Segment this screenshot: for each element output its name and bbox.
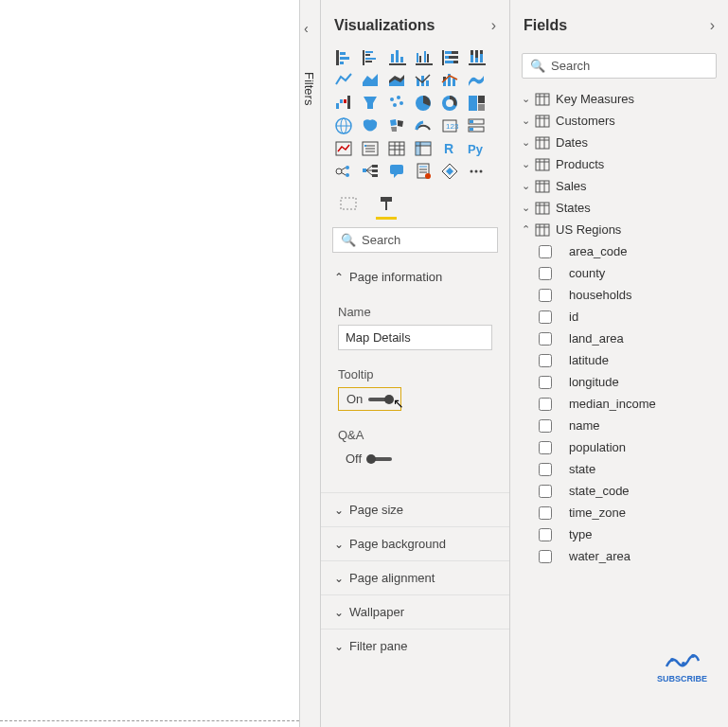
field-checkbox[interactable] [539,245,552,258]
report-canvas[interactable] [0,0,299,721]
field-checkbox[interactable] [539,528,552,541]
viz-matrix-icon[interactable] [412,138,436,159]
table-row[interactable]: ⌄Key Measures [520,88,719,110]
field-checkbox[interactable] [539,419,552,433]
tooltip-toggle[interactable]: On ↖ [338,387,401,411]
section-wallpaper[interactable]: ⌄ Wallpaper [321,595,509,629]
viz-paginated-icon[interactable] [412,161,436,182]
field-checkbox[interactable] [539,463,552,476]
field-row[interactable]: population [520,436,719,458]
table-row[interactable]: ⌄Customers [520,110,719,132]
field-row[interactable]: type [520,523,719,545]
field-name: land_area [569,331,624,346]
fields-panel: Fields › 🔍 Search ⌄Key Measures⌄Customer… [509,0,728,727]
viz-key-influencers-icon[interactable] [332,161,357,182]
field-checkbox[interactable] [539,376,552,389]
field-row[interactable]: id [520,306,719,328]
viz-line-icon[interactable] [332,70,357,91]
viz-clustered-bar-icon[interactable] [359,47,383,68]
section-page-alignment[interactable]: ⌄ Page alignment [321,561,509,594]
section-page-background[interactable]: ⌄ Page background [321,527,509,560]
table-row[interactable]: ⌄Products [520,153,719,175]
viz-slicer-icon[interactable] [359,138,383,159]
field-row[interactable]: land_area [520,328,719,349]
field-checkbox[interactable] [539,332,552,346]
table-row[interactable]: ⌄Sales [520,175,719,197]
field-row[interactable]: state_code [520,480,719,502]
viz-gauge-icon[interactable] [412,115,436,136]
field-checkbox[interactable] [539,310,552,324]
svg-rect-42 [336,103,339,109]
field-checkbox[interactable] [539,485,552,498]
page-name-input[interactable] [338,325,492,350]
field-name: state_code [569,484,630,498]
viz-table-icon[interactable] [385,138,410,159]
field-row[interactable]: longitude [520,371,719,393]
search-icon: 🔍 [530,59,545,73]
field-row[interactable]: latitude [520,349,719,371]
svg-rect-0 [336,50,339,65]
field-row[interactable]: county [520,262,719,284]
viz-r-icon[interactable]: R [438,138,463,159]
field-row[interactable]: time_zone [520,502,719,523]
field-checkbox[interactable] [539,398,552,411]
field-row[interactable]: area_code [520,240,719,262]
viz-clustered-column-icon[interactable] [412,47,436,68]
field-row[interactable]: households [520,284,719,306]
field-row[interactable]: median_income [520,393,719,415]
viz-stacked-area-icon[interactable] [385,70,410,91]
viz-qa-icon[interactable] [385,161,410,182]
viz-line-clustered-column-icon[interactable] [412,70,436,91]
format-tab[interactable] [376,195,397,220]
table-row[interactable]: ⌄States [520,197,719,219]
filters-panel-collapsed[interactable]: ‹ Filters [299,0,320,727]
viz-kpi-icon[interactable] [332,138,357,159]
viz-card-icon[interactable]: 123 [438,115,463,136]
fields-header[interactable]: Fields › [510,0,728,45]
field-row[interactable]: name [520,415,719,436]
qa-toggle[interactable]: Off [338,448,400,470]
viz-100-stacked-column-icon[interactable] [465,47,489,68]
viz-100-stacked-bar-icon[interactable] [438,47,463,68]
section-page-information[interactable]: ⌃ Page information [321,260,509,293]
viz-ribbon-icon[interactable] [465,70,489,91]
viz-more-icon[interactable] [465,161,489,182]
svg-rect-20 [452,51,458,54]
viz-scatter-icon[interactable] [385,93,410,114]
field-checkbox[interactable] [539,506,552,520]
fields-search-box[interactable]: 🔍 Search [522,53,717,79]
table-row[interactable]: ⌄Dates [520,132,719,153]
field-checkbox[interactable] [539,267,552,280]
field-checkbox[interactable] [539,550,552,563]
field-checkbox[interactable] [539,354,552,367]
svg-rect-17 [427,54,429,62]
field-row[interactable]: state [520,458,719,480]
viz-donut-icon[interactable] [438,93,463,114]
field-name: area_code [569,244,627,258]
section-filter-pane[interactable]: ⌄ Filter pane [321,629,509,663]
viz-waterfall-icon[interactable] [332,93,357,114]
viz-filled-map-icon[interactable] [359,115,383,136]
field-row[interactable]: water_area [520,545,719,567]
viz-python-icon[interactable]: Py [465,138,489,159]
viz-map-icon[interactable] [332,115,357,136]
viz-treemap-icon[interactable] [465,93,489,114]
table-row[interactable]: ⌃US Regions [520,219,719,240]
viz-funnel-icon[interactable] [359,93,383,114]
viz-area-icon[interactable] [359,70,383,91]
visualizations-header[interactable]: Visualizations › [321,0,509,45]
viz-decomposition-tree-icon[interactable] [359,161,383,182]
viz-shape-map-icon[interactable] [385,115,410,136]
field-checkbox[interactable] [539,441,552,454]
svg-rect-6 [365,54,370,56]
viz-power-apps-icon[interactable] [438,161,463,182]
fields-tab[interactable] [338,195,359,220]
viz-stacked-column-icon[interactable] [385,47,410,68]
viz-stacked-bar-icon[interactable] [332,47,357,68]
viz-pie-icon[interactable] [412,93,436,114]
field-checkbox[interactable] [539,289,552,302]
viz-multi-row-card-icon[interactable] [465,115,489,136]
section-page-size[interactable]: ⌄ Page size [321,493,509,526]
viz-line-stacked-column-icon[interactable] [438,70,463,91]
viz-search-box[interactable]: 🔍 Search [332,227,498,253]
